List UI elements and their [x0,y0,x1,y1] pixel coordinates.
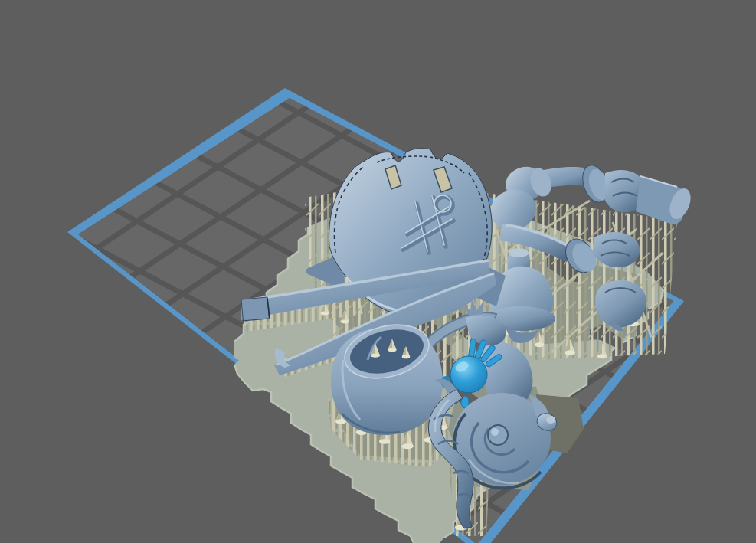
orb-sphere [450,356,487,393]
slicer-3d-viewport[interactable] [0,0,756,543]
strap-end-block [241,297,269,321]
shell-hub-highlight [491,428,499,436]
slicer-window [0,0,756,543]
neck-cap [509,248,529,257]
shell-knob-cap [546,416,555,424]
shell-hub [488,425,508,445]
